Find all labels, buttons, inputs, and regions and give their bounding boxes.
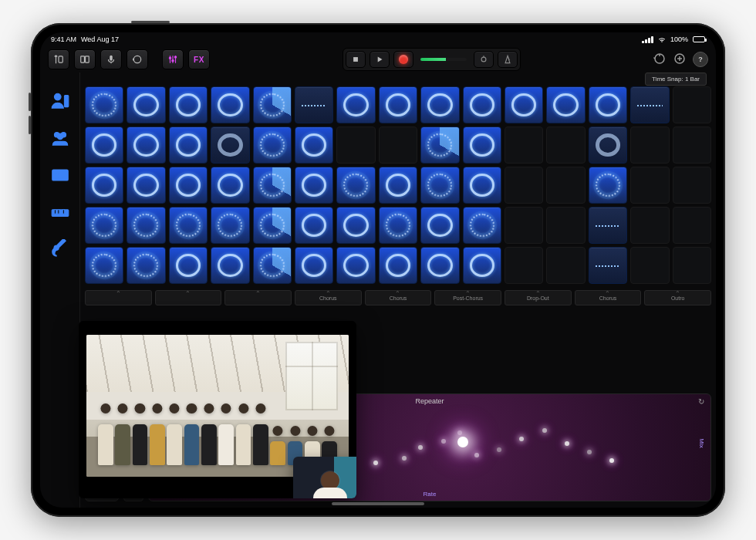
pip-video-overlay[interactable]	[79, 321, 356, 498]
loop-cell[interactable]	[673, 207, 711, 244]
loop-cell[interactable]	[505, 207, 543, 244]
section-marker[interactable]: Post-Chorus	[434, 290, 501, 305]
keyboard-icon[interactable]	[47, 199, 73, 225]
loop-cell[interactable]	[169, 86, 208, 123]
loop-cell[interactable]	[379, 167, 417, 204]
loop-cell[interactable]	[379, 247, 417, 284]
loop-cell[interactable]	[211, 127, 249, 164]
settings-button[interactable]	[48, 49, 69, 69]
loop-library-icon[interactable]	[653, 52, 667, 67]
section-marker[interactable]: Outro	[644, 290, 711, 305]
mixer-icon[interactable]	[673, 52, 687, 67]
mic-button[interactable]	[100, 49, 122, 69]
guitar-icon[interactable]	[47, 236, 73, 262]
help-button[interactable]: ?	[693, 52, 708, 67]
live-loops-grid[interactable]	[85, 86, 711, 284]
loop-cell[interactable]	[127, 207, 165, 244]
loop-cell[interactable]	[85, 86, 123, 123]
loop-cell[interactable]	[546, 167, 585, 204]
loop-cell[interactable]	[127, 127, 165, 164]
loop-cell[interactable]	[211, 86, 249, 123]
record-button[interactable]	[393, 51, 413, 68]
loop-cell[interactable]	[169, 167, 208, 204]
loop-cell[interactable]	[211, 207, 249, 244]
loop-cell[interactable]	[505, 86, 543, 123]
loop-cell[interactable]	[420, 86, 459, 123]
loop-cell[interactable]	[630, 86, 669, 123]
loop-cell[interactable]	[546, 207, 585, 244]
loop-cell[interactable]	[673, 86, 711, 123]
loop-cell[interactable]	[169, 207, 208, 244]
loop-cell[interactable]	[379, 207, 417, 244]
loop-cell[interactable]	[505, 167, 543, 204]
loop-cell[interactable]	[336, 127, 375, 164]
section-marker[interactable]	[155, 290, 222, 305]
loop-cell[interactable]	[546, 247, 585, 284]
loop-cell[interactable]	[336, 167, 375, 204]
loop-cell[interactable]	[505, 127, 543, 164]
loop-cell[interactable]	[85, 167, 123, 204]
loop-cell[interactable]	[127, 167, 165, 204]
loop-cell[interactable]	[630, 207, 669, 244]
loop-cell[interactable]	[589, 167, 627, 204]
loop-cell[interactable]	[589, 207, 627, 244]
loop-cell[interactable]	[420, 167, 459, 204]
loop-cell[interactable]	[253, 167, 292, 204]
loop-cell[interactable]	[169, 247, 208, 284]
loop-cell[interactable]	[211, 247, 249, 284]
section-marker[interactable]: Chorus	[295, 290, 362, 305]
section-marker[interactable]	[224, 290, 292, 305]
loop-cell[interactable]	[253, 127, 292, 164]
loop-cell[interactable]	[630, 127, 669, 164]
loop-cell[interactable]	[336, 86, 375, 123]
loop-cell[interactable]	[630, 167, 669, 204]
loop-cell[interactable]	[85, 127, 123, 164]
user-track-icon[interactable]	[47, 88, 73, 114]
loop-cell[interactable]	[420, 207, 459, 244]
loop-cell[interactable]	[85, 247, 123, 284]
loop-cell[interactable]	[169, 127, 208, 164]
loop-cell[interactable]	[630, 247, 669, 284]
loop-cell[interactable]	[127, 247, 165, 284]
loop-cell[interactable]	[295, 207, 333, 244]
loop-cell[interactable]	[127, 86, 165, 123]
loop-cell[interactable]	[463, 167, 501, 204]
loop-browser-button[interactable]	[127, 49, 148, 69]
loop-cell[interactable]	[420, 127, 459, 164]
loop-cell[interactable]	[295, 167, 333, 204]
loop-cell[interactable]	[379, 86, 417, 123]
section-marker[interactable]	[85, 290, 152, 305]
loop-cell[interactable]	[211, 167, 249, 204]
pip-facetime-thumbnail[interactable]	[293, 457, 356, 498]
loop-cell[interactable]	[336, 207, 375, 244]
loop-cell[interactable]	[546, 127, 585, 164]
loop-cell[interactable]	[546, 86, 585, 123]
reset-icon[interactable]: ↻	[698, 397, 704, 406]
loop-cell[interactable]	[589, 247, 627, 284]
loop-cell[interactable]	[85, 207, 123, 244]
metronome-button[interactable]	[498, 51, 518, 68]
stop-button[interactable]	[346, 51, 366, 68]
loop-cell[interactable]	[336, 247, 375, 284]
loop-cell[interactable]	[463, 127, 501, 164]
tracks-view-button[interactable]	[74, 49, 96, 69]
loop-cell[interactable]	[673, 247, 711, 284]
drum-machine-icon[interactable]	[47, 162, 73, 188]
loop-cell[interactable]	[463, 247, 501, 284]
loop-cell[interactable]	[420, 247, 459, 284]
section-marker[interactable]: Chorus	[365, 290, 432, 305]
loop-cell[interactable]	[505, 247, 543, 284]
loop-cell[interactable]	[253, 207, 292, 244]
master-volume-button[interactable]	[474, 51, 494, 68]
loop-cell[interactable]	[589, 86, 627, 123]
loop-cell[interactable]	[463, 86, 501, 123]
loop-cell[interactable]	[295, 86, 333, 123]
loop-cell[interactable]	[463, 207, 501, 244]
loop-cell[interactable]	[589, 127, 627, 164]
loop-cell[interactable]	[295, 127, 333, 164]
sliders-button[interactable]	[162, 49, 184, 69]
play-button[interactable]	[370, 51, 390, 68]
section-marker[interactable]: Chorus	[575, 290, 642, 305]
loop-cell[interactable]	[379, 127, 417, 164]
home-indicator[interactable]	[332, 502, 424, 505]
